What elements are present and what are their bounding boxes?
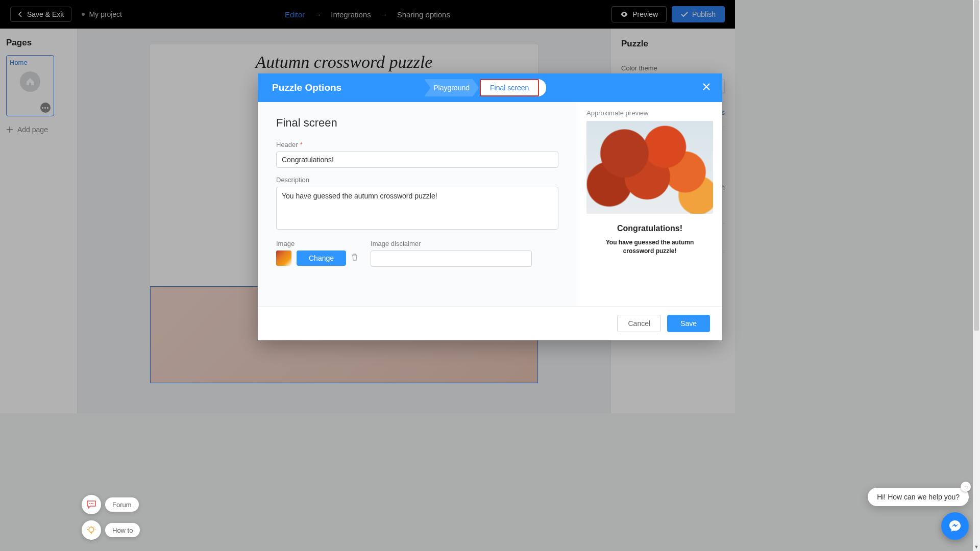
modal-header: Puzzle Options Playground Final screen xyxy=(258,73,722,102)
form-title: Final screen xyxy=(276,116,558,130)
modal-title: Puzzle Options xyxy=(272,82,341,93)
tab-cap-decoration xyxy=(538,79,546,96)
preview-heading: Congratulations! xyxy=(586,224,713,233)
close-icon xyxy=(702,82,711,91)
tab-playground-label: Playground xyxy=(433,84,470,92)
approximate-preview: Approximate preview Congratulations! You… xyxy=(577,102,722,306)
final-screen-form: Final screen Header* Description Image C… xyxy=(258,102,577,306)
modal-footer: Cancel Save xyxy=(258,306,722,340)
change-image-button[interactable]: Change xyxy=(297,251,346,266)
image-thumbnail[interactable] xyxy=(276,251,291,266)
puzzle-options-modal: Puzzle Options Playground Final screen F… xyxy=(258,73,722,340)
preview-image xyxy=(586,121,713,214)
description-label: Description xyxy=(276,176,558,184)
cancel-button[interactable]: Cancel xyxy=(617,315,661,332)
header-input[interactable] xyxy=(276,152,558,168)
disclaimer-label: Image disclaimer xyxy=(371,240,532,247)
tab-playground[interactable]: Playground xyxy=(424,79,479,96)
modal-tabs: Playground Final screen xyxy=(424,79,546,96)
modal-close-button[interactable] xyxy=(702,82,711,93)
description-textarea[interactable] xyxy=(276,187,558,230)
trash-icon xyxy=(351,253,358,261)
tab-final-label: Final screen xyxy=(490,84,529,92)
preview-description: You have guessed the autumn crossword pu… xyxy=(586,238,713,256)
required-icon: * xyxy=(300,141,303,148)
tab-final-screen[interactable]: Final screen xyxy=(480,79,539,96)
preview-label: Approximate preview xyxy=(586,109,713,117)
delete-image-button[interactable] xyxy=(351,253,358,263)
image-label: Image xyxy=(276,240,358,247)
image-controls: Change xyxy=(276,251,358,266)
image-row: Image Change Image disclaimer xyxy=(276,240,558,267)
header-label: Header* xyxy=(276,141,558,148)
save-button[interactable]: Save xyxy=(667,315,710,332)
disclaimer-input[interactable] xyxy=(371,251,532,267)
header-label-text: Header xyxy=(276,141,298,148)
modal-body: Final screen Header* Description Image C… xyxy=(258,102,722,306)
